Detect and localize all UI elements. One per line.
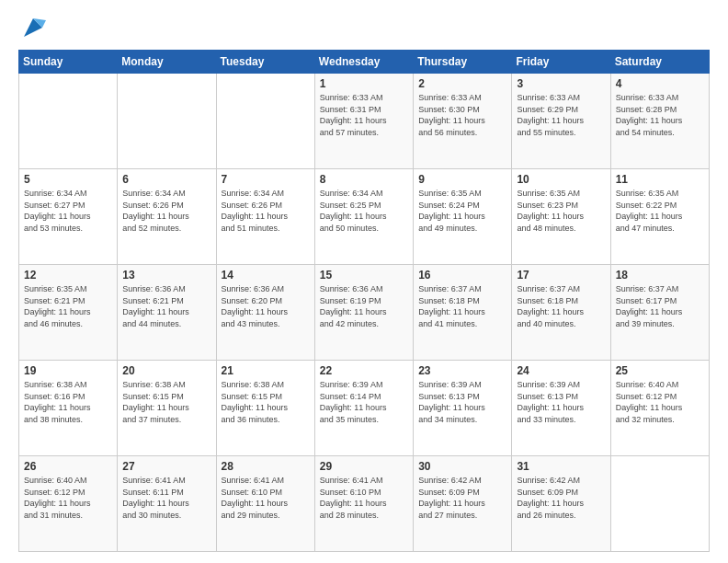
- calendar-cell: 1Sunrise: 6:33 AMSunset: 6:31 PMDaylight…: [314, 74, 413, 169]
- day-number: 9: [418, 173, 506, 186]
- day-number: 17: [517, 269, 605, 282]
- day-detail: Sunrise: 6:36 AMSunset: 6:19 PMDaylight:…: [320, 283, 408, 329]
- calendar-cell: 8Sunrise: 6:34 AMSunset: 6:25 PMDaylight…: [314, 169, 413, 265]
- weekday-header-monday: Monday: [118, 51, 216, 74]
- day-number: 21: [222, 364, 310, 377]
- calendar-cell: 18Sunrise: 6:37 AMSunset: 6:17 PMDayligh…: [610, 265, 709, 361]
- day-number: 11: [616, 173, 704, 186]
- day-number: 10: [517, 173, 605, 186]
- day-detail: Sunrise: 6:37 AMSunset: 6:18 PMDaylight:…: [517, 283, 605, 329]
- calendar: SundayMondayTuesdayWednesdayThursdayFrid…: [18, 50, 710, 552]
- week-row-3: 19Sunrise: 6:38 AMSunset: 6:16 PMDayligh…: [19, 361, 710, 456]
- week-row-4: 26Sunrise: 6:40 AMSunset: 6:12 PMDayligh…: [19, 456, 710, 552]
- day-number: 25: [616, 364, 704, 377]
- calendar-cell: 2Sunrise: 6:33 AMSunset: 6:30 PMDaylight…: [414, 74, 512, 169]
- day-detail: Sunrise: 6:34 AMSunset: 6:26 PMDaylight:…: [222, 188, 310, 234]
- calendar-cell: [118, 74, 216, 169]
- calendar-cell: 30Sunrise: 6:42 AMSunset: 6:09 PMDayligh…: [414, 456, 512, 552]
- day-detail: Sunrise: 6:35 AMSunset: 6:23 PMDaylight:…: [517, 188, 605, 234]
- calendar-cell: 25Sunrise: 6:40 AMSunset: 6:12 PMDayligh…: [610, 361, 709, 456]
- day-detail: Sunrise: 6:39 AMSunset: 6:13 PMDaylight:…: [517, 379, 605, 425]
- calendar-cell: 11Sunrise: 6:35 AMSunset: 6:22 PMDayligh…: [610, 169, 709, 265]
- calendar-cell: 23Sunrise: 6:39 AMSunset: 6:13 PMDayligh…: [414, 361, 512, 456]
- calendar-cell: 29Sunrise: 6:41 AMSunset: 6:10 PMDayligh…: [314, 456, 413, 552]
- day-number: 30: [418, 460, 506, 473]
- day-detail: Sunrise: 6:35 AMSunset: 6:22 PMDaylight:…: [616, 188, 704, 234]
- calendar-cell: 21Sunrise: 6:38 AMSunset: 6:15 PMDayligh…: [216, 361, 314, 456]
- day-detail: Sunrise: 6:35 AMSunset: 6:24 PMDaylight:…: [418, 188, 506, 234]
- calendar-cell: [19, 74, 118, 169]
- day-number: 8: [320, 173, 408, 186]
- day-detail: Sunrise: 6:38 AMSunset: 6:15 PMDaylight:…: [122, 379, 210, 425]
- calendar-cell: 24Sunrise: 6:39 AMSunset: 6:13 PMDayligh…: [512, 361, 610, 456]
- calendar-cell: 10Sunrise: 6:35 AMSunset: 6:23 PMDayligh…: [512, 169, 610, 265]
- header: [18, 15, 710, 40]
- day-number: 27: [122, 460, 210, 473]
- day-number: 20: [122, 364, 210, 377]
- weekday-row: SundayMondayTuesdayWednesdayThursdayFrid…: [19, 51, 710, 74]
- day-detail: Sunrise: 6:34 AMSunset: 6:26 PMDaylight:…: [122, 188, 210, 234]
- day-detail: Sunrise: 6:39 AMSunset: 6:13 PMDaylight:…: [418, 379, 506, 425]
- page: SundayMondayTuesdayWednesdayThursdayFrid…: [0, 0, 728, 563]
- day-detail: Sunrise: 6:37 AMSunset: 6:17 PMDaylight:…: [616, 283, 704, 329]
- calendar-cell: 15Sunrise: 6:36 AMSunset: 6:19 PMDayligh…: [314, 265, 413, 361]
- calendar-body: 1Sunrise: 6:33 AMSunset: 6:31 PMDaylight…: [19, 74, 710, 552]
- day-number: 22: [320, 364, 408, 377]
- calendar-cell: 12Sunrise: 6:35 AMSunset: 6:21 PMDayligh…: [19, 265, 118, 361]
- day-number: 4: [616, 77, 704, 90]
- day-detail: Sunrise: 6:38 AMSunset: 6:16 PMDaylight:…: [24, 379, 112, 425]
- day-detail: Sunrise: 6:35 AMSunset: 6:21 PMDaylight:…: [24, 283, 112, 329]
- day-detail: Sunrise: 6:40 AMSunset: 6:12 PMDaylight:…: [616, 379, 704, 425]
- calendar-cell: 26Sunrise: 6:40 AMSunset: 6:12 PMDayligh…: [19, 456, 118, 552]
- calendar-cell: 20Sunrise: 6:38 AMSunset: 6:15 PMDayligh…: [118, 361, 216, 456]
- calendar-cell: [216, 74, 314, 169]
- day-number: 13: [122, 269, 210, 282]
- day-detail: Sunrise: 6:42 AMSunset: 6:09 PMDaylight:…: [418, 475, 506, 521]
- day-number: 2: [418, 77, 506, 90]
- weekday-header-sunday: Sunday: [19, 51, 118, 74]
- weekday-header-tuesday: Tuesday: [216, 51, 314, 74]
- day-number: 29: [320, 460, 408, 473]
- day-detail: Sunrise: 6:34 AMSunset: 6:25 PMDaylight:…: [320, 188, 408, 234]
- weekday-header-wednesday: Wednesday: [314, 51, 413, 74]
- day-number: 31: [517, 460, 605, 473]
- day-number: 1: [320, 77, 408, 90]
- calendar-cell: 22Sunrise: 6:39 AMSunset: 6:14 PMDayligh…: [314, 361, 413, 456]
- day-number: 28: [222, 460, 310, 473]
- weekday-header-friday: Friday: [512, 51, 610, 74]
- day-detail: Sunrise: 6:33 AMSunset: 6:30 PMDaylight:…: [418, 92, 506, 138]
- week-row-0: 1Sunrise: 6:33 AMSunset: 6:31 PMDaylight…: [19, 74, 710, 169]
- day-number: 23: [418, 364, 506, 377]
- calendar-cell: 16Sunrise: 6:37 AMSunset: 6:18 PMDayligh…: [414, 265, 512, 361]
- calendar-cell: 4Sunrise: 6:33 AMSunset: 6:28 PMDaylight…: [610, 74, 709, 169]
- weekday-header-thursday: Thursday: [414, 51, 512, 74]
- calendar-cell: 7Sunrise: 6:34 AMSunset: 6:26 PMDaylight…: [216, 169, 314, 265]
- day-detail: Sunrise: 6:34 AMSunset: 6:27 PMDaylight:…: [24, 188, 112, 234]
- week-row-1: 5Sunrise: 6:34 AMSunset: 6:27 PMDaylight…: [19, 169, 710, 265]
- day-number: 6: [122, 173, 210, 186]
- day-detail: Sunrise: 6:33 AMSunset: 6:31 PMDaylight:…: [320, 92, 408, 138]
- day-detail: Sunrise: 6:33 AMSunset: 6:29 PMDaylight:…: [517, 92, 605, 138]
- calendar-cell: 9Sunrise: 6:35 AMSunset: 6:24 PMDaylight…: [414, 169, 512, 265]
- calendar-cell: [610, 456, 709, 552]
- day-detail: Sunrise: 6:36 AMSunset: 6:20 PMDaylight:…: [222, 283, 310, 329]
- calendar-cell: 13Sunrise: 6:36 AMSunset: 6:21 PMDayligh…: [118, 265, 216, 361]
- calendar-cell: 27Sunrise: 6:41 AMSunset: 6:11 PMDayligh…: [118, 456, 216, 552]
- day-number: 3: [517, 77, 605, 90]
- day-detail: Sunrise: 6:40 AMSunset: 6:12 PMDaylight:…: [24, 475, 112, 521]
- calendar-cell: 28Sunrise: 6:41 AMSunset: 6:10 PMDayligh…: [216, 456, 314, 552]
- day-number: 18: [616, 269, 704, 282]
- day-detail: Sunrise: 6:39 AMSunset: 6:14 PMDaylight:…: [320, 379, 408, 425]
- calendar-cell: 31Sunrise: 6:42 AMSunset: 6:09 PMDayligh…: [512, 456, 610, 552]
- calendar-cell: 3Sunrise: 6:33 AMSunset: 6:29 PMDaylight…: [512, 74, 610, 169]
- day-number: 19: [24, 364, 112, 377]
- calendar-cell: 17Sunrise: 6:37 AMSunset: 6:18 PMDayligh…: [512, 265, 610, 361]
- day-detail: Sunrise: 6:37 AMSunset: 6:18 PMDaylight:…: [418, 283, 506, 329]
- calendar-cell: 19Sunrise: 6:38 AMSunset: 6:16 PMDayligh…: [19, 361, 118, 456]
- day-number: 24: [517, 364, 605, 377]
- calendar-cell: 5Sunrise: 6:34 AMSunset: 6:27 PMDaylight…: [19, 169, 118, 265]
- calendar-cell: 14Sunrise: 6:36 AMSunset: 6:20 PMDayligh…: [216, 265, 314, 361]
- logo-icon: [20, 15, 46, 40]
- day-detail: Sunrise: 6:41 AMSunset: 6:10 PMDaylight:…: [320, 475, 408, 521]
- day-number: 7: [222, 173, 310, 186]
